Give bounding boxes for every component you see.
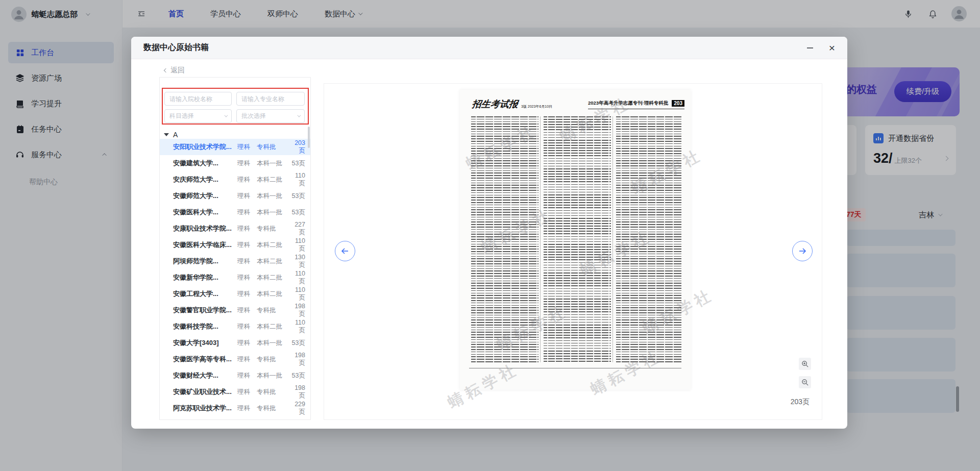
list-item[interactable]: 安徽医科大学临床... 理科 本科二批 110页 [160,237,310,253]
page-count: 110页 [290,172,305,188]
batch-label: 专科批 [257,225,290,233]
list-item[interactable]: 安徽矿业职业技术... 理科 专科批 198页 [160,384,310,400]
batch-label: 本科二批 [257,257,290,266]
list-item[interactable]: 安徽财经大学... 理科 本科一批 53页 [160,367,310,384]
text-column [616,116,681,362]
text-column [471,116,538,362]
major-name-input[interactable] [236,92,305,106]
batch-label: 专科批 [257,143,290,152]
chevron-left-icon [164,68,168,72]
subject-label: 理科 [237,355,257,364]
school-name-input[interactable] [164,92,232,106]
subject-select[interactable]: 科目选择 [164,109,232,123]
subject-label: 理科 [237,404,257,413]
issue-page-number: 203 [672,100,684,107]
batch-label: 本科二批 [257,323,290,331]
page-count: 198页 [290,352,305,367]
subject-label: 理科 [237,388,257,396]
page-count: 53页 [290,339,305,348]
list-item[interactable]: 安徽工程大学... 理科 本科二批 110页 [160,286,310,302]
college-name: 安徽矿业职业技术... [173,387,237,396]
subject-label: 理科 [237,371,257,380]
subject-label: 理科 [237,290,257,299]
batch-label: 本科一批 [257,192,290,201]
batch-label: 本科一批 [257,339,290,348]
college-name: 安徽科技学院... [173,322,237,331]
modal-header: 数据中心原始书籍 × [131,37,847,59]
list-item[interactable]: 安康职业技术学院... 理科 专科批 227页 [160,220,310,237]
college-name: 安徽建筑大学... [173,159,237,168]
list-item[interactable]: 安庆师范大学... 理科 本科二批 110页 [160,171,310,188]
batch-label: 专科批 [257,388,290,396]
college-name: 安徽新华学院... [173,273,237,282]
zoom-in-button[interactable] [799,358,811,370]
college-name: 安康职业技术学院... [173,224,237,233]
list-item[interactable]: 安徽警官职业学院... 理科 专科批 198页 [160,302,310,318]
list-item[interactable]: 安徽大学[3403] 理科 本科一批 53页 [160,335,310,351]
book-list: 安阳职业技术学院... 理科 专科批 203页 安徽建筑大学... 理科 本科一… [160,139,310,416]
total-pages-label: 203页 [791,398,810,407]
college-name: 安徽警官职业学院... [173,306,237,315]
college-name: 安徽师范大学... [173,191,237,201]
chevron-down-icon [224,114,228,117]
next-page-button[interactable] [792,241,813,261]
zoom-out-button[interactable] [799,376,811,388]
page-rule [469,368,681,368]
group-header[interactable]: A [164,131,178,139]
list-item[interactable]: 安徽科技学院... 理科 本科二批 110页 [160,318,310,335]
subject-label: 理科 [237,176,257,184]
subject-label: 理科 [237,257,257,266]
batch-label: 专科批 [257,306,290,315]
list-item[interactable]: 安阳职业技术学院... 理科 专科批 203页 [160,139,310,155]
subject-label: 理科 [237,208,257,217]
triangle-down-icon [164,133,169,136]
minimize-button[interactable] [806,44,814,52]
subject-label: 理科 [237,323,257,331]
list-item[interactable]: 安徽医学高等专科... 理科 专科批 198页 [160,351,310,367]
subject-label: 理科 [237,339,257,348]
issue-header: 2023年高考升学志愿专刊·理科专科批 203 [588,100,684,109]
page-count: 198页 [290,384,305,400]
batch-label: 本科一批 [257,371,290,380]
college-name: 安阳职业技术学院... [173,142,237,152]
list-item[interactable]: 阿克苏职业技术学... 理科 专科批 229页 [160,400,310,416]
list-item[interactable]: 安徽医科大学... 理科 本科一批 53页 [160,204,310,220]
page-count: 53页 [290,192,305,201]
list-item[interactable]: 安徽新华学院... 理科 本科二批 110页 [160,269,310,286]
prev-page-button[interactable] [335,241,355,261]
subject-label: 理科 [237,159,257,168]
page-count: 110页 [290,237,305,253]
college-name: 安庆师范大学... [173,175,237,184]
college-name: 安徽医学高等专科... [173,355,237,364]
page-count: 227页 [290,221,305,237]
college-name: 安徽医科大学临床... [173,240,237,250]
list-item[interactable]: 安徽建筑大学... 理科 本科一批 53页 [160,155,310,171]
batch-label: 本科二批 [257,176,290,184]
page-count: 198页 [290,303,305,318]
batch-select[interactable]: 批次选择 [236,109,305,123]
batch-label: 本科二批 [257,290,290,299]
close-icon[interactable]: × [829,44,835,52]
back-link[interactable]: 返回 [164,66,185,75]
page-count: 110页 [290,286,305,302]
list-scrollbar-thumb[interactable] [308,127,310,148]
list-item[interactable]: 安徽师范大学... 理科 本科一批 53页 [160,188,310,204]
college-name: 安徽财经大学... [173,371,237,380]
batch-label: 本科二批 [257,241,290,250]
college-name: 阿坝师范学院... [173,257,237,266]
subject-label: 理科 [237,241,257,250]
college-name: 安徽医科大学... [173,208,237,217]
page-count: 53页 [290,371,305,380]
page-count: 110页 [290,319,305,335]
batch-label: 本科一批 [257,208,290,217]
book-list-panel: 科目选择 批次选择 A 安阳职业技术学院... 理科 专科批 203页 安徽建 [159,77,311,420]
scanned-page: 招生考试报 3版 2023年6月10日 2023年高考升学志愿专刊·理科专科批 … [460,90,691,390]
newspaper-masthead: 招生考试报 3版 2023年6月10日 [472,98,552,110]
watermark: 蜻耘学社 [444,359,522,414]
subject-label: 理科 [237,143,257,152]
page-count: 203页 [290,139,305,155]
page-count: 229页 [290,401,305,416]
page-count: 53页 [290,208,305,217]
list-item[interactable]: 阿坝师范学院... 理科 本科二批 130页 [160,253,310,269]
college-name: 安徽大学[3403] [173,338,237,348]
